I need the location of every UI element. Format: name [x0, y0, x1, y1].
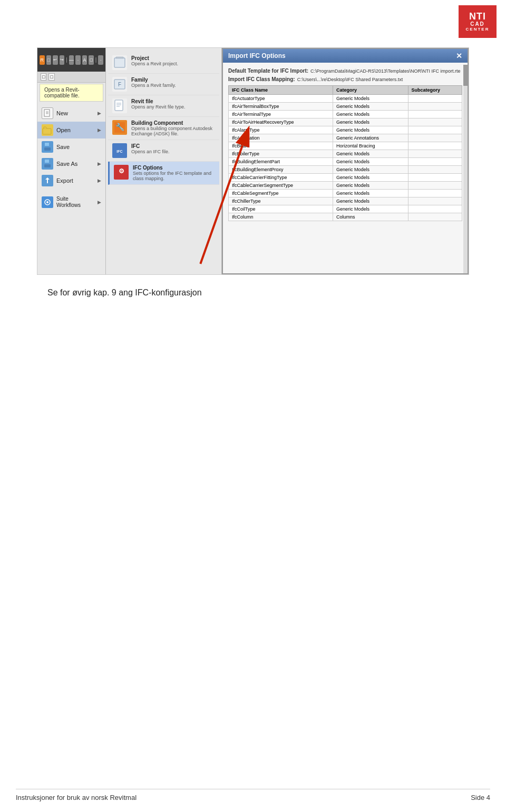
col-header-class: IFC Class Name: [229, 86, 333, 95]
submenu-family[interactable]: F Family Opens a Revit family.: [108, 74, 219, 95]
open-arrow: ▶: [98, 127, 101, 133]
save-icon: [42, 141, 53, 153]
table-row[interactable]: IfcAnnotation Generic Annotations: [229, 134, 462, 142]
toolbar-icon-A[interactable]: A: [82, 55, 87, 65]
menu-item-open[interactable]: Open ▶: [37, 122, 105, 138]
table-row[interactable]: IfcBoilerType Generic Models: [229, 150, 462, 158]
svg-rect-7: [44, 147, 51, 151]
table-row[interactable]: IfcChillerType Generic Models: [229, 197, 462, 205]
svg-text:🔧: 🔧: [115, 123, 125, 132]
logo-nti: NTI: [469, 12, 486, 21]
dialog-title: Import IFC Options: [228, 52, 286, 60]
cell-category: Generic Models: [333, 205, 408, 213]
table-row[interactable]: IfcBuildingElementProxy Generic Models: [229, 166, 462, 174]
toolbar-save-icon[interactable]: □: [46, 55, 52, 65]
submenu-project[interactable]: Project Opens a Revit project.: [108, 52, 219, 74]
cell-subcategory: [408, 182, 462, 190]
cell-subcategory: [408, 126, 462, 134]
export-icon: [42, 175, 53, 186]
submenu-revit-file[interactable]: Revit file Opens any Revit file type.: [108, 95, 219, 117]
save-as-arrow: ▶: [98, 161, 101, 166]
svg-rect-9: [45, 160, 49, 163]
table-row[interactable]: IfcActuatorType Generic Models: [229, 95, 462, 103]
cell-class: IfcAnnotation: [229, 134, 333, 142]
cell-subcategory: [408, 103, 462, 111]
dialog-body: Default Template for IFC Import: C:\Prog…: [223, 63, 468, 226]
cell-category: Columns: [333, 213, 408, 221]
toolbar-icon-5[interactable]: ·: [75, 55, 81, 65]
footer-right: Side 4: [471, 794, 490, 801]
cell-category: Generic Models: [333, 190, 408, 197]
svg-rect-4: [43, 128, 51, 134]
menu-item-export[interactable]: Export ▶: [37, 172, 105, 189]
submenu-ifc-options[interactable]: ⚙ IFC Options Sets options for the IFC t…: [108, 162, 219, 185]
open-hint: Opens a Revit-compatible file.: [40, 84, 103, 102]
cell-class: IfcBoilerType: [229, 150, 333, 158]
logo-cad: CAD: [470, 21, 485, 27]
cell-subcategory: [408, 166, 462, 174]
logo-container: NTI CAD CENTER: [459, 5, 501, 42]
menu-item-suite[interactable]: SuiteWorkflows ▶: [37, 193, 105, 211]
svg-rect-10: [44, 164, 51, 167]
table-row[interactable]: IfcCableSegmentType Generic Models: [229, 190, 462, 197]
table-row[interactable]: IfcCableCarrierSegmentType Generic Model…: [229, 182, 462, 190]
revit-logo-icon: R: [40, 55, 45, 65]
svg-rect-6: [45, 143, 49, 146]
new-label: New: [56, 110, 94, 116]
revit-menu-panel: R □ ↩ ↪ | — · A ◻ | · □ □ Opens a Revit-…: [37, 48, 106, 274]
cell-category: Generic Models: [333, 166, 408, 174]
class-mapping-row: Import IFC Class Mapping: C:\Users\...\r…: [228, 76, 462, 82]
submenu-ifc[interactable]: IFC IFC Opens an IFC file.: [108, 140, 219, 162]
small-icon-1[interactable]: □: [41, 73, 46, 81]
revit-file-icon: [112, 98, 127, 113]
menu-item-save-as[interactable]: Save As ▶: [37, 155, 105, 172]
svg-text:IFC: IFC: [116, 150, 122, 153]
table-row[interactable]: IfcColumn Columns: [229, 213, 462, 221]
svg-rect-19: [115, 100, 123, 111]
export-arrow: ▶: [98, 178, 101, 183]
table-row[interactable]: IfcBuildingElementPart Generic Models: [229, 158, 462, 166]
cell-subcategory: [408, 174, 462, 182]
svg-point-14: [46, 201, 48, 203]
small-icon-2[interactable]: □: [48, 73, 54, 81]
cell-category: Generic Models: [333, 118, 408, 126]
table-row[interactable]: IfcAirToAirHeatRecoveryType Generic Mode…: [229, 118, 462, 126]
cell-class: IfcCableCarrierSegmentType: [229, 182, 333, 190]
cell-subcategory: [408, 95, 462, 103]
table-row[interactable]: IfcCableCarrierFittingType Generic Model…: [229, 174, 462, 182]
page-footer: Instruksjoner for bruk av norsk Revitmal…: [16, 789, 490, 801]
default-template-value: C:\ProgramData\MagiCAD-RS\2013\Templates…: [310, 68, 461, 74]
svg-text:F: F: [118, 82, 121, 87]
table-row[interactable]: IfcBeam Horizontal Bracing: [229, 142, 462, 150]
ifc-options-icon: ⚙: [114, 165, 129, 180]
cell-class: IfcAirTerminalType: [229, 111, 333, 118]
scrollbar-thumb[interactable]: [463, 65, 468, 86]
submenu-building[interactable]: 🔧 Building Component Opens a building co…: [108, 117, 219, 140]
toolbar-icon-6[interactable]: ◻: [89, 55, 94, 65]
svg-rect-15: [114, 58, 125, 67]
cell-class: IfcAirTerminalBoxType: [229, 103, 333, 111]
table-row[interactable]: IfcCoilType Generic Models: [229, 205, 462, 213]
table-row[interactable]: IfcAirTerminalBoxType Generic Models: [229, 103, 462, 111]
toolbar-icon-4[interactable]: —: [69, 55, 74, 65]
toolbar-icon-7[interactable]: ·: [98, 55, 103, 65]
table-row[interactable]: IfcAirTerminalType Generic Models: [229, 111, 462, 118]
dialog-scrollbar[interactable]: [463, 65, 468, 273]
menu-item-new[interactable]: New ▶: [37, 105, 105, 122]
logo-center: CENTER: [466, 27, 490, 32]
cell-class: IfcBuildingElementPart: [229, 158, 333, 166]
dialog-close-icon[interactable]: ✕: [456, 52, 462, 60]
caption-text: Se for øvrig kap. 9 ang IFC-konfigurasjo…: [47, 288, 490, 298]
cell-class: IfcBuildingElementProxy: [229, 166, 333, 174]
cell-category: Generic Models: [333, 111, 408, 118]
toolbar-icon-3[interactable]: ↪: [60, 55, 65, 65]
ifc-table: IFC Class Name Category Subcategory IfcA…: [228, 85, 462, 221]
menu-item-save[interactable]: Save: [37, 138, 105, 155]
table-row[interactable]: IfcAlarmType Generic Models: [229, 126, 462, 134]
svg-rect-0: [44, 110, 50, 116]
cell-class: IfcColumn: [229, 213, 333, 221]
toolbar-icon-2[interactable]: ↩: [53, 55, 58, 65]
logo-box: NTI CAD CENTER: [459, 5, 497, 38]
cell-subcategory: [408, 190, 462, 197]
revit-toolbar: R □ ↩ ↪ | — · A ◻ | ·: [37, 48, 105, 72]
